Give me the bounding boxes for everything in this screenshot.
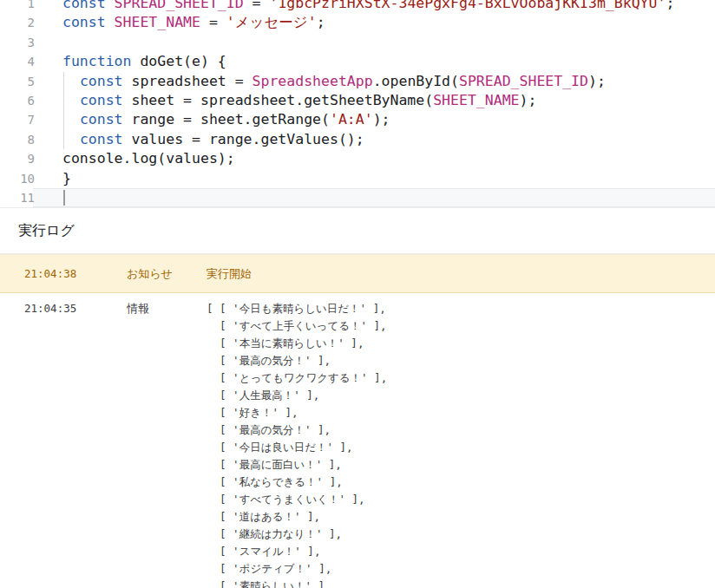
log-output-array: [ [ '今日も素晴らしい日だ！' ], [ 'すべて上手くいってる！' ], … xyxy=(207,300,387,588)
code-text: const range = sheet.getRange('A:A'); xyxy=(35,110,715,129)
code-editor[interactable]: 1const SPREAD_SHEET_ID = '1gbcPzriHXStX-… xyxy=(0,0,715,207)
line-number: 9 xyxy=(0,149,35,168)
code-text xyxy=(35,188,715,207)
code-line[interactable]: 6 const sheet = spreadsheet.getSheetByNa… xyxy=(0,91,715,110)
line-number: 10 xyxy=(0,169,35,188)
code-line[interactable]: 8 const values = range.getValues(); xyxy=(0,130,715,149)
execution-log-panel[interactable]: 実行ログ 21:04:38 お知らせ 実行開始 21:04:35 情報 [ [ … xyxy=(0,207,715,588)
code-line[interactable]: 9console.log(values); xyxy=(0,149,715,168)
code-line[interactable]: 4function doGet(e) { xyxy=(0,52,715,71)
code-line[interactable]: 1const SPREAD_SHEET_ID = '1gbcPzriHXStX-… xyxy=(0,0,715,13)
execution-log-title: 実行ログ xyxy=(18,222,75,240)
code-line[interactable]: 3 xyxy=(0,33,715,52)
code-line[interactable]: 11 xyxy=(0,188,715,207)
notice-type-label: お知らせ xyxy=(127,265,207,283)
entry-timestamp: 21:04:35 xyxy=(0,300,127,317)
entry-type-label: 情報 xyxy=(127,300,207,317)
line-number: 2 xyxy=(0,13,35,32)
code-line[interactable]: 5 const spreadsheet = SpreadsheetApp.ope… xyxy=(0,72,715,91)
line-number: 8 xyxy=(0,130,35,149)
line-number: 7 xyxy=(0,110,35,129)
log-entry-row: 21:04:35 情報 [ [ '今日も素晴らしい日だ！' ], [ 'すべて上… xyxy=(0,293,715,588)
line-number: 6 xyxy=(0,91,35,110)
notice-timestamp: 21:04:38 xyxy=(0,265,127,283)
code-text: const SHEET_NAME = 'メッセージ'; xyxy=(35,13,715,32)
line-number: 11 xyxy=(0,188,35,207)
code-text: const values = range.getValues(); xyxy=(35,130,715,149)
code-text: const sheet = spreadsheet.getSheetByName… xyxy=(35,91,715,110)
execution-log-header: 実行ログ xyxy=(0,208,715,254)
line-number: 4 xyxy=(0,52,35,71)
code-text: console.log(values); xyxy=(35,149,715,168)
code-line[interactable]: 7 const range = sheet.getRange('A:A'); xyxy=(0,110,715,129)
code-text: const spreadsheet = SpreadsheetApp.openB… xyxy=(35,72,715,91)
line-number: 1 xyxy=(0,0,35,13)
log-notice-row: 21:04:38 お知らせ 実行開始 xyxy=(0,254,715,293)
code-line[interactable]: 2const SHEET_NAME = 'メッセージ'; xyxy=(0,13,715,32)
code-line[interactable]: 10} xyxy=(0,169,715,188)
notice-message: 実行開始 xyxy=(207,265,715,283)
code-text: function doGet(e) { xyxy=(35,52,715,71)
line-number: 3 xyxy=(0,33,35,52)
code-text xyxy=(35,33,715,52)
code-lines: 1const SPREAD_SHEET_ID = '1gbcPzriHXStX-… xyxy=(0,0,715,207)
code-text: } xyxy=(35,169,715,188)
line-number: 5 xyxy=(0,72,35,91)
code-text: const SPREAD_SHEET_ID = '1gbcPzriHXStX-3… xyxy=(35,0,715,13)
